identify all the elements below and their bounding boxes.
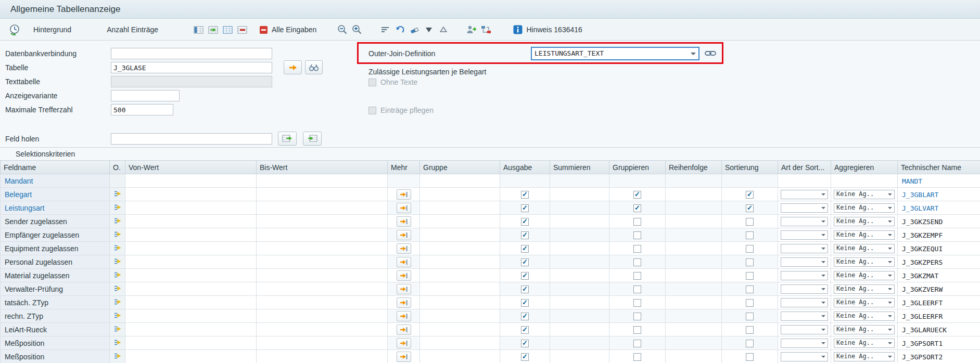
ausgabe-checkbox[interactable] <box>521 340 529 347</box>
multi-select-button[interactable] <box>112 203 123 212</box>
art-der-sortierung-select[interactable] <box>781 217 828 226</box>
art-der-sortierung-select[interactable] <box>781 257 828 267</box>
gruppe-cell[interactable] <box>420 215 500 228</box>
von-wert-cell[interactable] <box>125 174 257 188</box>
fetch-field-in-button[interactable] <box>278 132 297 146</box>
sortierung-checkbox[interactable] <box>746 191 754 199</box>
split-view-button[interactable] <box>479 22 493 37</box>
multi-select-button[interactable] <box>112 189 123 199</box>
multi-select-button[interactable] <box>112 216 123 226</box>
gruppe-cell[interactable] <box>420 350 500 363</box>
mehr-button[interactable] <box>397 297 411 308</box>
mehr-button[interactable] <box>397 270 411 281</box>
mehr-button[interactable] <box>397 230 411 240</box>
multi-select-button[interactable] <box>112 243 123 253</box>
ausgabe-checkbox[interactable] <box>521 272 529 280</box>
gruppieren-checkbox[interactable] <box>633 313 641 320</box>
gruppe-cell[interactable] <box>420 309 500 323</box>
art-der-sortierung-select[interactable] <box>781 271 828 280</box>
sortierung-checkbox[interactable] <box>746 313 754 320</box>
undo-button[interactable] <box>392 22 407 37</box>
von-wert-cell[interactable] <box>125 309 257 323</box>
fieldname-link[interactable]: Belegart <box>5 190 32 199</box>
art-der-sortierung-select[interactable] <box>781 190 828 199</box>
bis-wert-cell[interactable] <box>257 309 388 323</box>
sortierung-checkbox[interactable] <box>746 231 754 239</box>
gruppe-cell[interactable] <box>420 201 500 215</box>
ausgabe-checkbox[interactable] <box>521 245 529 253</box>
sortierung-checkbox[interactable] <box>746 272 754 280</box>
gruppieren-checkbox[interactable] <box>633 286 641 293</box>
gruppieren-checkbox[interactable] <box>633 272 641 280</box>
bis-wert-cell[interactable] <box>257 228 388 242</box>
aggregieren-select[interactable]: Keine Ag.. <box>834 257 895 267</box>
von-wert-cell[interactable] <box>125 350 257 363</box>
aggregieren-select[interactable]: Keine Ag.. <box>834 284 895 294</box>
aggregieren-select[interactable]: Keine Ag.. <box>834 271 895 280</box>
search-binoculars-button[interactable] <box>305 60 323 74</box>
sortierung-checkbox[interactable] <box>746 286 754 293</box>
deselect-all-button[interactable] <box>221 22 235 37</box>
sortierung-checkbox[interactable] <box>746 218 754 226</box>
gruppieren-checkbox[interactable] <box>633 353 641 361</box>
ausgabe-checkbox[interactable] <box>521 313 529 320</box>
gruppe-cell[interactable] <box>420 255 500 269</box>
zoom-out-button[interactable] <box>335 22 350 37</box>
art-der-sortierung-select[interactable] <box>781 339 828 348</box>
fieldname-link[interactable]: Mandant <box>5 177 33 185</box>
gruppieren-checkbox[interactable] <box>633 191 641 199</box>
multi-select-button[interactable] <box>112 297 123 307</box>
mehr-button[interactable] <box>397 189 411 200</box>
outer-join-combobox[interactable]: LEISTUNGSART_TEXT <box>531 47 699 60</box>
mehr-button[interactable] <box>397 311 411 321</box>
ausgabe-checkbox[interactable] <box>521 204 529 212</box>
aggregieren-select[interactable]: Keine Ag.. <box>834 325 895 334</box>
technical-name-link[interactable]: J_3GLVART <box>902 204 938 212</box>
ausgabe-checkbox[interactable] <box>521 286 529 293</box>
note-button[interactable]: Hinweis 1636416 <box>510 22 585 37</box>
multi-select-button[interactable] <box>112 230 123 239</box>
bis-wert-cell[interactable] <box>257 282 388 296</box>
ausgabe-checkbox[interactable] <box>521 299 529 307</box>
von-wert-cell[interactable] <box>125 282 257 296</box>
bis-wert-cell[interactable] <box>257 215 388 228</box>
zoom-in-button[interactable] <box>350 22 364 37</box>
gruppe-cell[interactable] <box>420 242 500 255</box>
all-inputs-button[interactable]: Alle Eingaben <box>256 22 320 37</box>
aggregieren-select[interactable]: Keine Ag.. <box>834 312 895 321</box>
bis-wert-cell[interactable] <box>257 255 388 269</box>
max-hits-input[interactable] <box>111 104 173 115</box>
von-wert-cell[interactable] <box>125 201 257 215</box>
chevron-down-icon[interactable] <box>691 53 696 58</box>
aggregieren-select[interactable]: Keine Ag.. <box>834 230 895 240</box>
gruppieren-checkbox[interactable] <box>633 231 641 239</box>
bis-wert-cell[interactable] <box>257 323 388 336</box>
art-der-sortierung-select[interactable] <box>781 325 828 334</box>
sortierung-checkbox[interactable] <box>746 204 754 212</box>
ausgabe-checkbox[interactable] <box>521 231 529 239</box>
aggregieren-select[interactable]: Keine Ag.. <box>834 217 895 226</box>
gruppe-cell[interactable] <box>420 188 500 201</box>
mehr-button[interactable] <box>397 257 411 267</box>
gruppieren-checkbox[interactable] <box>633 245 641 253</box>
erase-button[interactable] <box>407 22 422 37</box>
fetch-field-out-button[interactable] <box>303 132 322 146</box>
table-input[interactable] <box>111 62 272 73</box>
art-der-sortierung-select[interactable] <box>781 298 828 307</box>
gruppieren-checkbox[interactable] <box>633 218 641 226</box>
bis-wert-cell[interactable] <box>257 350 388 363</box>
gruppe-cell[interactable] <box>420 228 500 242</box>
gruppe-cell[interactable] <box>420 336 500 350</box>
gruppe-cell[interactable] <box>420 269 500 282</box>
mehr-button[interactable] <box>397 325 411 335</box>
sortierung-checkbox[interactable] <box>746 299 754 307</box>
ausgabe-checkbox[interactable] <box>521 258 529 266</box>
art-der-sortierung-select[interactable] <box>781 244 828 253</box>
sortierung-checkbox[interactable] <box>746 340 754 347</box>
ausgabe-checkbox[interactable] <box>521 326 529 334</box>
delete-selection-button[interactable] <box>235 22 250 37</box>
mehr-button[interactable] <box>397 284 411 294</box>
gruppe-cell[interactable] <box>420 282 500 296</box>
user-transfer-button[interactable] <box>464 22 479 37</box>
ausgabe-checkbox[interactable] <box>521 218 529 226</box>
